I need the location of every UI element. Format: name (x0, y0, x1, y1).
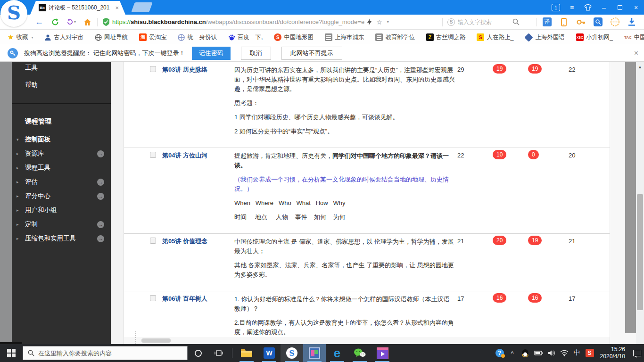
address-bar[interactable]: https://shisu.blackboardchina.cn/webapps… (99, 18, 440, 26)
bookmark-item[interactable]: 百度一下, (228, 33, 263, 41)
action-center-icon[interactable] (633, 350, 641, 356)
scroll-up-arrow-icon[interactable]: ▲ (636, 62, 644, 69)
open-in-new-window-icon[interactable]: → (97, 179, 104, 186)
refresh-button[interactable] (47, 18, 63, 26)
ime-language-indicator[interactable]: 中 (573, 349, 581, 357)
battery-icon[interactable] (534, 350, 543, 356)
wifi-icon[interactable] (560, 350, 569, 356)
speed-bolt-icon[interactable] (367, 18, 372, 25)
bookmark-item[interactable]: 淘 爱淘宝 (139, 33, 167, 41)
translate-extension-icon[interactable]: 译 (538, 17, 555, 26)
sogou-input-icon[interactable]: S (586, 349, 594, 357)
file-explorer-button[interactable] (235, 344, 258, 362)
content-horizontal-scrollbar[interactable] (124, 337, 610, 344)
download-icon[interactable] (623, 18, 640, 26)
video-player-button[interactable] (371, 344, 394, 362)
bookmark-item[interactable]: XSC 小升初网_ (576, 33, 613, 41)
frame-scrollbar-rail[interactable] (610, 62, 636, 344)
cortana-button[interactable] (188, 344, 208, 362)
frame-resize-handle[interactable] (135, 331, 136, 344)
menu-icon[interactable]: ≡ (564, 0, 580, 15)
close-button[interactable]: × (628, 0, 644, 15)
url-text[interactable]: https://shisu.blackboardchina.cn/webapps… (112, 18, 364, 25)
volume-icon[interactable] (547, 350, 556, 356)
unread-posts-badge[interactable]: 19 (493, 64, 506, 74)
sidebar-item-tools[interactable]: 工具 (12, 62, 111, 74)
sidebar-item[interactable]: ▸ 用户和小组 → (12, 203, 111, 217)
favorites-menu[interactable]: ★ 收藏 ▾ (8, 33, 33, 41)
sidebar-item[interactable]: ▸ 压缩包和实用工具 → (12, 231, 111, 246)
browser-tab[interactable]: Bb 讨论板 – 52151060_201 × (30, 1, 125, 15)
unread-posts-badge[interactable]: 16 (493, 293, 506, 303)
new-tab-button[interactable] (131, 2, 153, 12)
sidebar-item[interactable]: ▸ 资源库 → (12, 147, 111, 161)
bookmark-item[interactable]: S 中国地形图 (274, 33, 314, 41)
bookmark-item[interactable]: TAC 中国翻译协 (624, 33, 644, 41)
task-view-button[interactable] (208, 344, 229, 362)
sidebar-item[interactable]: ▸ 定制 → (12, 217, 111, 231)
row-checkbox[interactable] (150, 238, 156, 244)
favorite-star-icon[interactable]: ☆ (376, 18, 382, 26)
forum-title-link[interactable]: 第06讲 百年树人 (162, 295, 232, 303)
restore-button[interactable] (612, 0, 628, 15)
sidebar-item[interactable]: ▾ 控制面板 → (12, 132, 111, 147)
open-in-new-window-icon[interactable]: → (97, 235, 104, 242)
bookmark-item[interactable]: 统一身份认 (178, 33, 217, 41)
browser-search-box[interactable]: S (445, 18, 534, 26)
home-button[interactable] (79, 18, 95, 26)
address-caret-icon[interactable]: ▾ (387, 20, 389, 24)
forum-title-link[interactable]: 第03讲 历史脉络 (162, 66, 232, 74)
forum-title-link[interactable]: 第04讲 方位山河 (162, 151, 232, 160)
unread-replies-badge[interactable]: 19 (528, 236, 542, 245)
skin-icon[interactable] (580, 0, 596, 15)
cancel-button[interactable]: 取消 (241, 47, 271, 60)
minimize-button[interactable]: – (596, 0, 612, 15)
row-checkbox[interactable] (150, 66, 156, 72)
never-remind-button[interactable]: 此网站不再提示 (281, 47, 342, 60)
bookmark-item[interactable]: 古人对宇宙 (44, 33, 83, 41)
unread-replies-badge[interactable]: 19 (528, 64, 542, 74)
row-checkbox[interactable] (150, 152, 156, 158)
wechat-button[interactable] (348, 344, 371, 362)
browser-vertical-scrollbar[interactable]: ▲ (636, 62, 644, 344)
forum-title-link[interactable]: 第05讲 价值理念 (162, 237, 232, 246)
help-notification-icon[interactable]: ? (495, 349, 504, 357)
screenshot-search-icon[interactable] (589, 17, 606, 26)
sidebar-item-help[interactable]: 帮助 (12, 79, 111, 91)
sidebar-item[interactable]: ▸ 课程工具 → (12, 161, 111, 175)
hscroll-thumb[interactable] (141, 338, 171, 343)
open-in-new-window-icon[interactable]: → (97, 150, 104, 157)
bookmark-item[interactable]: 上海市浦东 (325, 33, 364, 41)
tab-list-button[interactable]: 1 (548, 0, 564, 15)
bookmark-item[interactable]: Z 古丝绸之路 (426, 33, 466, 41)
more-tools-icon[interactable] (606, 17, 623, 26)
word-button[interactable]: W (258, 344, 281, 362)
history-caret-icon[interactable]: ▾ (74, 20, 76, 24)
taskbar-clock[interactable]: 15:26 2020/4/10 (598, 346, 627, 360)
sidebar-item[interactable]: ▸ 评估 → (12, 175, 111, 189)
edge-button[interactable]: e (326, 344, 348, 362)
frame-scrollbar-thumb[interactable] (625, 62, 636, 333)
notification-close-icon[interactable]: × (634, 49, 638, 58)
start-button[interactable] (0, 344, 23, 362)
magnifier-icon[interactable] (512, 18, 520, 25)
row-checkbox[interactable] (150, 295, 156, 301)
unread-replies-badge[interactable]: 0 (528, 150, 539, 159)
sidebar-item[interactable]: ▸ 评分中心 → (12, 189, 111, 203)
sogou-browser-button[interactable]: S (281, 344, 303, 362)
bookmark-item[interactable]: 上海外国语 (525, 33, 565, 41)
unread-posts-badge[interactable]: 20 (493, 236, 506, 245)
gallery-app-button[interactable] (303, 344, 326, 362)
password-key-icon[interactable] (572, 18, 589, 26)
bookmark-item[interactable]: S 人在路上_ (477, 33, 513, 41)
open-in-new-window-icon[interactable]: → (97, 193, 104, 200)
send-to-phone-icon[interactable] (555, 18, 572, 26)
unread-posts-badge[interactable]: 10 (493, 150, 506, 159)
bookmark-item[interactable]: 教育部学位 (375, 33, 415, 41)
tab-close-icon[interactable]: × (115, 4, 119, 11)
sogou-browser-logo[interactable]: S (0, 0, 27, 27)
history-undo-button[interactable]: ▾ (63, 18, 79, 25)
open-in-new-window-icon[interactable]: → (97, 221, 104, 228)
taskbar-search-input[interactable] (38, 350, 170, 357)
qq-icon[interactable] (521, 349, 529, 357)
